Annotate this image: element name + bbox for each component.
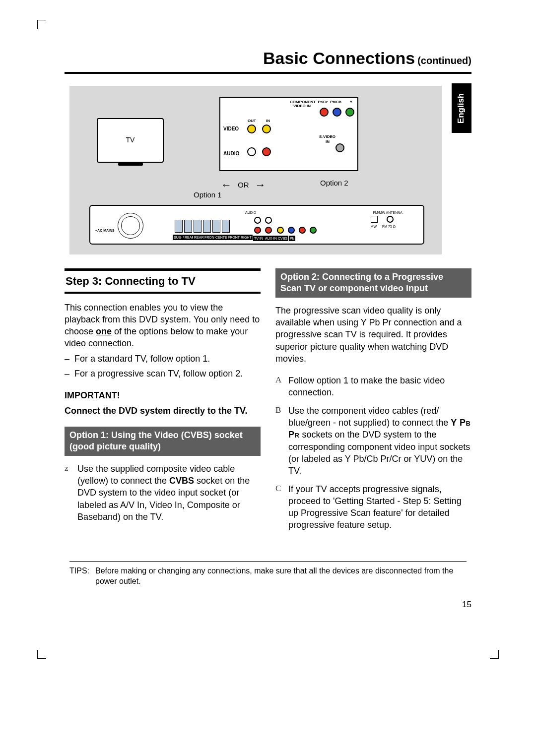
label-in: IN	[266, 119, 270, 124]
arrow-right-icon	[255, 178, 266, 192]
option2-label: Option 2	[320, 178, 348, 188]
tv-label: TV	[126, 135, 135, 145]
port-cvbs	[277, 227, 284, 234]
step-letter-a: A	[275, 375, 283, 399]
step-letter-c: C	[275, 483, 283, 531]
antenna-lbl: FM/MW ANTENNA	[372, 210, 404, 215]
option1-heading: Option 1: Using the Video (CVBS) socket …	[65, 427, 261, 456]
opt2b-b: sockets on the DVD system to the corresp…	[288, 430, 470, 476]
rca-audio-r	[262, 147, 271, 156]
svideo-port	[335, 143, 344, 152]
left-column: Step 3: Connecting to TV This connection…	[65, 268, 261, 537]
intro-li2: – For a progressive scan TV, follow opti…	[65, 368, 261, 379]
spkr-c	[212, 220, 220, 233]
rca-audio-l	[247, 147, 256, 156]
spkr-fl	[203, 220, 211, 233]
ac-mains: ~AC MAINS	[94, 228, 116, 233]
crop-mark-tl	[37, 20, 46, 29]
port-lbl-2: CVBS	[277, 236, 288, 241]
label-video: VIDEO	[223, 126, 239, 132]
or-label: OR	[238, 180, 249, 190]
port-lbl-1: AUX-IN	[264, 236, 278, 241]
step-letter-b: B	[275, 405, 283, 477]
tips-footer: TIPS: Before making or changing any conn…	[69, 561, 467, 587]
port-pr	[299, 227, 306, 234]
spkr-lbl-5: FRONT RIGHT	[227, 235, 253, 240]
label-audio: AUDIO	[223, 150, 239, 157]
option2-a-text: Follow option 1 to make the basic video …	[288, 375, 471, 399]
option1-step: z Use the supplied composite video cable…	[65, 463, 261, 523]
spkr-rr	[194, 220, 201, 233]
step-letter-z: z	[65, 463, 72, 523]
mw-port	[371, 216, 378, 223]
intro-one: one	[96, 326, 112, 336]
body-columns: Step 3: Connecting to TV This connection…	[65, 268, 471, 537]
header-suffix: (continued)	[417, 55, 471, 66]
mw-lbl: MW	[370, 224, 378, 229]
page-content: Basic Connections (continued) English TV…	[65, 47, 471, 587]
option1-step-text: Use the supplied composite video cable (…	[77, 463, 261, 523]
port-lbl-3: Pb	[289, 236, 295, 241]
port-audio-r	[254, 227, 261, 234]
dvd-rear-panel: ~AC MAINS SUB- WOOFER REAR LEFT REAR RIG…	[89, 205, 424, 245]
right-column: Option 2: Connecting to a Progressive Sc…	[275, 268, 471, 537]
crop-mark-br	[490, 650, 499, 659]
important-body: Connect the DVD system directly to the T…	[65, 405, 261, 417]
opt2b-a: Use the component video cables (red/ blu…	[288, 406, 451, 428]
important-label: IMPORTANT!	[65, 389, 261, 401]
option2-b-text: Use the component video cables (red/ blu…	[288, 405, 471, 477]
option2-heading: Option 2: Connecting to a Progressive Sc…	[275, 268, 471, 298]
port-audio-l	[254, 217, 261, 224]
fan-icon	[118, 213, 143, 239]
tv-av-panel: COMPONENT VIDEO IN Pr/Cr Pb/Cb Y OUT IN …	[219, 97, 358, 171]
spkr-rl	[184, 220, 192, 233]
spkr-fr	[222, 220, 230, 233]
arrow-left-icon	[221, 178, 232, 192]
option2-step-c: C If your TV accepts progressive signals…	[275, 483, 471, 531]
label-out: OUT	[248, 119, 256, 124]
option2-intro: The progressive scan video quality is on…	[275, 305, 471, 365]
port-y	[310, 227, 317, 234]
label-svideo-in: IN	[326, 139, 330, 145]
intro-paragraph: This connection enables you to view the …	[65, 302, 261, 350]
rca-video-out	[247, 125, 256, 133]
connection-diagram: TV COMPONENT VIDEO IN Pr/Cr Pb/Cb Y OUT …	[69, 86, 442, 254]
language-tab: English	[452, 83, 471, 133]
label-y: Y	[350, 100, 352, 105]
rca-video-in	[262, 125, 271, 133]
port-aux-r	[265, 227, 272, 234]
crop-mark-bl	[37, 650, 46, 659]
intro-li1-text: For a standard TV, follow option 1.	[74, 354, 210, 364]
audio-lbl: AUDIO	[244, 210, 257, 215]
port-pb	[288, 227, 295, 234]
label-pbcb: Pb/Cb	[330, 100, 341, 105]
language-label: English	[456, 93, 468, 123]
tv-icon: TV	[97, 118, 164, 163]
label-video-in: VIDEO IN	[293, 104, 311, 109]
intro-li1: – For a standard TV, follow option 1.	[65, 353, 261, 365]
tips-text: Before making or changing any connection…	[95, 566, 467, 587]
page-header: Basic Connections (continued)	[65, 47, 471, 74]
speaker-terminals	[175, 220, 230, 233]
rca-pr	[320, 108, 329, 117]
section-title: Step 3: Connecting to TV	[65, 269, 261, 294]
option2-step-b: B Use the component video cables (red/ b…	[275, 405, 471, 477]
option2-step-a: A Follow option 1 to make the basic vide…	[275, 375, 471, 399]
fm-lbl: FM 75 Ω	[381, 224, 397, 229]
port-lbl-0: TV-IN	[253, 236, 264, 241]
label-prcr: Pr/Cr	[318, 100, 328, 105]
spkr-sub	[175, 220, 183, 233]
fm-port	[387, 216, 394, 223]
option1-label: Option 1	[194, 190, 222, 200]
intro-li2-text: For a progressive scan TV, follow option…	[74, 369, 243, 378]
opt1-bold: CVBS	[169, 476, 194, 486]
header-title: Basic Connections	[263, 49, 415, 67]
port-aux-l	[265, 217, 272, 224]
option2-c-text: If your TV accepts progressive signals, …	[288, 483, 471, 531]
rca-pb	[333, 108, 341, 117]
rca-y	[345, 108, 354, 117]
page-number: 15	[462, 599, 471, 611]
tips-label: TIPS:	[69, 566, 89, 587]
